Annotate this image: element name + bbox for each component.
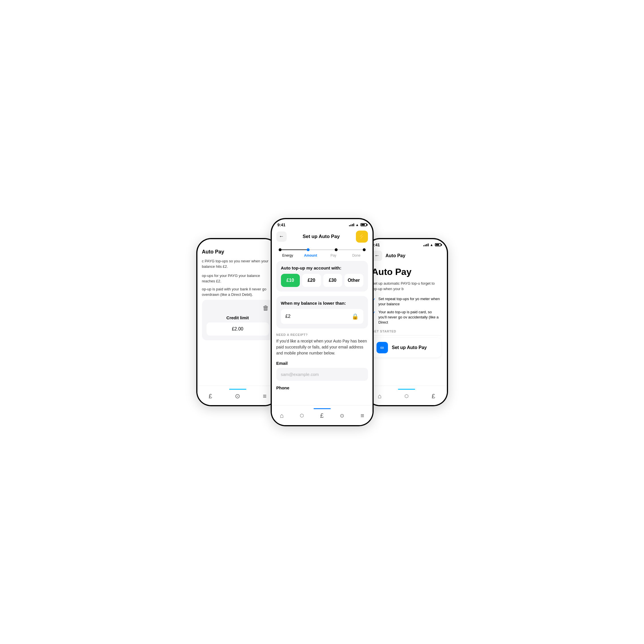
receipt-section: NEED A RECEIPT? If you'd like a receipt … bbox=[276, 333, 368, 396]
step-line-2 bbox=[310, 249, 335, 250]
receipt-heading: NEED A RECEIPT? bbox=[276, 333, 368, 336]
steps-labels: Energy Amount Pay Done bbox=[272, 253, 372, 257]
email-input[interactable]: sam@example.com bbox=[276, 368, 368, 381]
right-status-icons: ▲ bbox=[423, 243, 441, 247]
right-signal-bars bbox=[423, 243, 429, 246]
right-top-bar: ← Auto Pay bbox=[372, 248, 441, 264]
step-line-3 bbox=[338, 249, 363, 250]
check-item-2: ✓ Your auto top-up is paid card, so you'… bbox=[372, 310, 441, 325]
signal-bars bbox=[349, 223, 354, 226]
right-content: ← Auto Pay Auto Pay Set up automatic PAY… bbox=[366, 248, 447, 358]
amount-btn-10[interactable]: £10 bbox=[281, 274, 300, 287]
left-desc3: op-up is paid with your bank ll never go… bbox=[202, 286, 274, 298]
check-items-list: ✓ Set repeat top-ups for yo meter when y… bbox=[372, 296, 441, 325]
right-nav-usage[interactable]: ⬡ bbox=[405, 393, 409, 399]
topup-card-title: Auto top-up my account with: bbox=[281, 265, 363, 270]
right-status-bar: 9:41 ▲ bbox=[366, 239, 447, 248]
left-nav-indicator bbox=[229, 389, 246, 390]
check-item-1-text: Set repeat top-ups for yo meter when you… bbox=[379, 296, 441, 307]
status-time: 9:41 bbox=[278, 223, 286, 227]
right-nav-indicator bbox=[398, 389, 415, 390]
nav-item-pound[interactable]: £ bbox=[209, 393, 212, 400]
lock-icon: 🔒 bbox=[352, 313, 359, 320]
setup-autopay-label: Set up Auto Pay bbox=[392, 345, 427, 350]
nav-item-help[interactable]: ⊙ bbox=[235, 393, 240, 400]
page-title: Set up Auto Pay bbox=[303, 234, 340, 239]
step-label-energy: Energy bbox=[276, 253, 299, 257]
credit-limit-value: £2.00 bbox=[207, 322, 269, 336]
nav-help[interactable]: ⊙ bbox=[340, 413, 344, 419]
left-desc1: c PAYG top-ups so you never when your ba… bbox=[202, 258, 274, 270]
right-nav-home[interactable]: ⌂ bbox=[378, 393, 381, 400]
balance-value: £2 bbox=[286, 314, 291, 319]
credit-limit-card: 🗑 Credit limit £2.00 bbox=[202, 300, 274, 340]
nav-usage[interactable]: ⬡ bbox=[300, 413, 304, 418]
email-field-label: Email bbox=[276, 361, 368, 366]
balance-label: When my balance is lower than: bbox=[281, 301, 363, 306]
right-wifi-icon: ▲ bbox=[430, 243, 433, 247]
right-bottom-nav: ⌂ ⬡ £ bbox=[366, 386, 447, 405]
step-label-pay: Pay bbox=[322, 253, 345, 257]
right-main-title: Auto Pay bbox=[372, 267, 441, 277]
phone-field-label: Phone bbox=[276, 385, 368, 390]
status-icons: ▲ bbox=[349, 223, 367, 227]
balance-card: When my balance is lower than: £2 🔒 bbox=[276, 296, 368, 328]
nav-account[interactable]: £ bbox=[320, 412, 324, 419]
amount-buttons: £10 £20 £30 Other bbox=[281, 274, 363, 287]
wifi-icon: ▲ bbox=[356, 223, 359, 227]
check-item-1: ✓ Set repeat top-ups for yo meter when y… bbox=[372, 296, 441, 307]
main-scroll: Auto top-up my account with: £10 £20 £30… bbox=[272, 261, 372, 410]
left-header: Auto Pay bbox=[202, 243, 274, 258]
right-phone: 9:41 ▲ ← Auto Pay bbox=[365, 238, 448, 406]
setup-autopay-button[interactable]: ∞ Set up Auto Pay bbox=[372, 338, 441, 357]
right-nav-account[interactable]: £ bbox=[432, 393, 435, 400]
get-started-label: GET STARTED bbox=[372, 330, 441, 336]
center-bottom-nav: ⌂ ⬡ £ ⊙ ≡ bbox=[272, 405, 372, 425]
step-dot-pay bbox=[335, 248, 338, 251]
step-line-1 bbox=[282, 249, 307, 250]
step-label-amount: Amount bbox=[299, 253, 322, 257]
amount-btn-30[interactable]: £30 bbox=[323, 274, 342, 287]
battery-fill bbox=[361, 224, 365, 225]
nav-item-menu[interactable]: ≡ bbox=[263, 393, 267, 400]
left-phone: Auto Pay c PAYG top-ups so you never whe… bbox=[196, 238, 279, 406]
balance-row: £2 🔒 bbox=[281, 309, 363, 324]
infinity-icon: ∞ bbox=[380, 345, 384, 351]
center-phone: 9:41 ▲ ← Set up Auto Pay bbox=[271, 218, 374, 426]
amount-btn-other[interactable]: Other bbox=[344, 274, 363, 287]
left-bottom-nav: £ ⊙ ≡ bbox=[197, 386, 278, 405]
delete-icon[interactable]: 🗑 bbox=[263, 304, 269, 312]
step-label-done: Done bbox=[345, 253, 368, 257]
right-battery-icon bbox=[435, 243, 441, 246]
right-page-title: Auto Pay bbox=[386, 253, 405, 258]
right-signal-bar-2 bbox=[425, 245, 426, 246]
nav-home[interactable]: ⌂ bbox=[280, 412, 284, 419]
nav-menu[interactable]: ≡ bbox=[360, 412, 364, 419]
right-signal-bar-3 bbox=[426, 244, 427, 246]
right-description: Set up automatic PAYG top-u forget to to… bbox=[372, 281, 441, 292]
back-button[interactable]: ← bbox=[276, 231, 287, 242]
signal-bar-2 bbox=[350, 225, 351, 226]
center-nav-indicator bbox=[314, 408, 331, 409]
signal-bar-3 bbox=[352, 224, 353, 226]
right-signal-bar-1 bbox=[423, 245, 424, 246]
lightning-button[interactable]: ⚡ bbox=[356, 231, 368, 243]
step-dot-amount bbox=[307, 248, 310, 251]
amount-btn-20[interactable]: £20 bbox=[302, 274, 321, 287]
signal-bar-4 bbox=[353, 223, 354, 226]
top-bar: ← Set up Auto Pay ⚡ bbox=[272, 228, 372, 246]
status-bar: 9:41 ▲ bbox=[272, 219, 372, 228]
check-item-2-text: Your auto top-up is paid card, so you'll… bbox=[379, 310, 441, 325]
autopay-icon: ∞ bbox=[377, 342, 388, 353]
receipt-description: If you'd like a receipt when your Auto P… bbox=[276, 338, 368, 356]
signal-bar-1 bbox=[349, 225, 350, 226]
credit-limit-label: Credit limit bbox=[207, 315, 269, 320]
topup-card: Auto top-up my account with: £10 £20 £30… bbox=[276, 261, 368, 292]
battery-icon bbox=[360, 223, 367, 226]
step-dot-energy bbox=[279, 248, 282, 251]
step-dot-done bbox=[363, 248, 366, 251]
right-signal-bar-4 bbox=[428, 243, 429, 246]
right-battery-fill bbox=[436, 244, 439, 245]
left-desc2: op-ups for your PAYG your balance reache… bbox=[202, 273, 274, 284]
